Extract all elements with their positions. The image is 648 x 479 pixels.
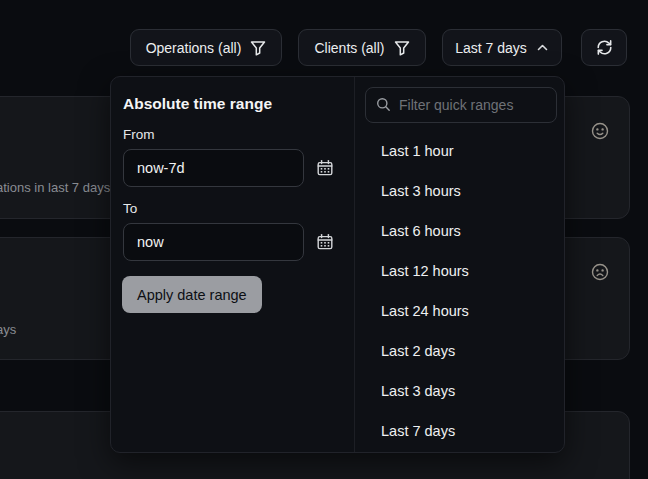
calendar-icon: [316, 159, 334, 177]
operations-filter-label: Operations (all): [146, 40, 242, 56]
quick-range-filter: [365, 87, 557, 123]
clients-filter-button[interactable]: Clients (all): [298, 29, 426, 66]
filter-funnel-icon: [250, 40, 266, 56]
to-label: To: [123, 201, 137, 216]
chevron-up-icon: [536, 41, 549, 54]
card-1-subtitle-fragment: ations in last 7 days: [0, 180, 110, 195]
quick-range-item[interactable]: Last 24 hours: [365, 291, 563, 331]
time-range-label: Last 7 days: [455, 40, 527, 56]
apply-date-range-button[interactable]: Apply date range: [122, 276, 262, 313]
from-calendar-button[interactable]: [314, 157, 336, 179]
quick-range-list: Last 1 hour Last 3 hours Last 6 hours La…: [365, 131, 563, 451]
quick-range-item[interactable]: Last 1 hour: [365, 131, 563, 171]
panel-divider: [354, 77, 355, 452]
filter-funnel-icon: [394, 40, 410, 56]
quick-range-item[interactable]: Last 12 hours: [365, 251, 563, 291]
from-label: From: [123, 127, 155, 142]
quick-range-item[interactable]: Last 2 days: [365, 331, 563, 371]
happy-face-icon: [589, 120, 611, 142]
to-calendar-button[interactable]: [314, 231, 336, 253]
refresh-button[interactable]: [581, 29, 627, 66]
quick-range-item[interactable]: Last 7 days: [365, 411, 563, 451]
from-input[interactable]: [123, 149, 304, 187]
clients-filter-label: Clients (all): [314, 40, 384, 56]
quick-range-item[interactable]: Last 3 hours: [365, 171, 563, 211]
time-range-dropdown: Absolute time range From To Apply: [110, 76, 565, 453]
to-input[interactable]: [123, 223, 304, 261]
absolute-time-range-heading: Absolute time range: [123, 95, 272, 113]
sad-face-icon: [589, 261, 611, 283]
calendar-icon: [316, 233, 334, 251]
card-2-subtitle-fragment: ays: [0, 322, 16, 337]
filter-quick-ranges-input[interactable]: [365, 87, 557, 123]
time-range-picker-screen: { "toolbar": { "operations": { "label": …: [0, 0, 648, 479]
time-range-button[interactable]: Last 7 days: [442, 29, 562, 66]
quick-range-item[interactable]: Last 6 hours: [365, 211, 563, 251]
refresh-icon: [596, 39, 613, 56]
quick-range-item[interactable]: Last 3 days: [365, 371, 563, 411]
operations-filter-button[interactable]: Operations (all): [130, 29, 282, 66]
